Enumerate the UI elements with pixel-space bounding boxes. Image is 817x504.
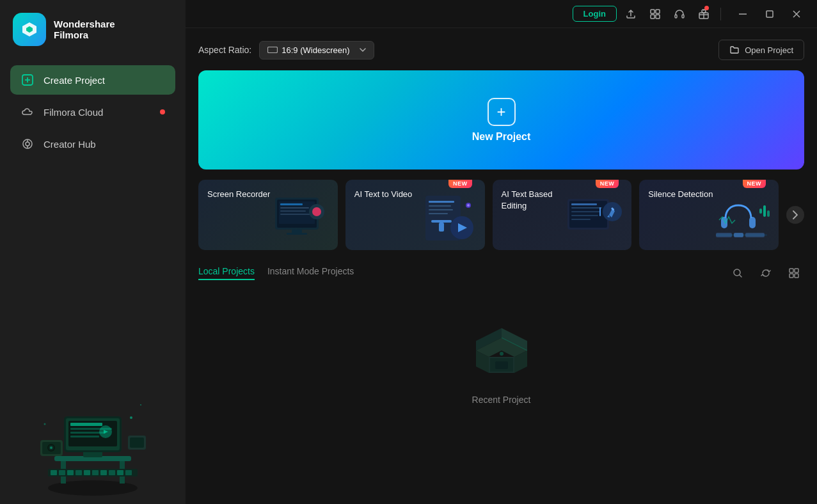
svg-rect-101 xyxy=(495,361,508,369)
svg-line-96 xyxy=(740,275,742,277)
svg-rect-83 xyxy=(599,207,601,216)
feature-card-screen-recorder[interactable]: Screen Recorder xyxy=(198,180,338,250)
svg-rect-27 xyxy=(130,437,144,448)
minimize-button[interactable] xyxy=(730,4,756,24)
ai-text-to-video-label: AI Text to Video xyxy=(354,189,413,200)
svg-rect-18 xyxy=(70,436,99,437)
svg-point-39 xyxy=(130,416,132,419)
sidebar-label-filmora-cloud: Filmora Cloud xyxy=(44,107,103,118)
apps-grid-icon[interactable] xyxy=(645,4,665,24)
app-logo-icon xyxy=(13,13,46,46)
svg-rect-50 xyxy=(766,11,773,17)
nav-items: Create Project Filmora Cloud C xyxy=(0,59,186,165)
gift-icon[interactable] xyxy=(694,4,714,24)
screen-recorder-illustration xyxy=(269,193,333,250)
search-projects-icon[interactable] xyxy=(727,263,748,283)
svg-rect-34 xyxy=(92,470,99,475)
sidebar-illustration xyxy=(22,376,163,504)
svg-rect-37 xyxy=(117,470,123,475)
svg-rect-90 xyxy=(767,210,770,217)
svg-rect-47 xyxy=(682,15,684,18)
open-project-button[interactable]: Open Project xyxy=(718,40,804,60)
svg-rect-43 xyxy=(656,10,660,13)
open-project-label: Open Project xyxy=(745,45,793,55)
aspect-ratio-select[interactable]: 16:9 (Widescreen) xyxy=(259,41,374,59)
svg-rect-71 xyxy=(439,223,444,232)
window-controls xyxy=(730,4,809,24)
svg-point-75 xyxy=(467,204,470,207)
svg-rect-58 xyxy=(280,207,309,209)
screen-recorder-label: Screen Recorder xyxy=(207,189,270,200)
svg-rect-94 xyxy=(745,233,765,237)
svg-rect-70 xyxy=(431,220,452,223)
upload-icon[interactable] xyxy=(621,4,641,24)
titlebar: Login xyxy=(186,0,817,28)
maximize-button[interactable] xyxy=(757,4,782,24)
sidebar-item-create-project[interactable]: Create Project xyxy=(10,65,175,95)
tab-local-projects[interactable]: Local Projects xyxy=(198,266,255,280)
sidebar-label-creator-hub: Creator Hub xyxy=(44,139,96,150)
silence-detection-illustration xyxy=(710,193,773,250)
headset-icon[interactable] xyxy=(669,4,690,24)
svg-rect-33 xyxy=(84,470,90,475)
silence-detection-label: Silence Detection xyxy=(648,189,713,200)
svg-rect-100 xyxy=(795,274,798,278)
sidebar-item-filmora-cloud[interactable]: Filmora Cloud xyxy=(10,97,175,127)
ai-text-to-video-illustration xyxy=(416,193,480,250)
tab-list: Local Projects Instant Mode Projects xyxy=(198,266,354,280)
svg-rect-92 xyxy=(716,233,732,237)
feature-card-silence-detection[interactable]: NEW Silence Detection xyxy=(639,180,779,250)
svg-rect-53 xyxy=(268,47,278,53)
scroll-right-button[interactable] xyxy=(786,206,804,224)
svg-rect-97 xyxy=(789,269,793,272)
sidebar: Wondershare Filmora Create Project F xyxy=(0,0,186,504)
app-title: Wondershare Filmora xyxy=(54,19,115,40)
empty-state-label: Recent Project xyxy=(472,395,531,405)
login-button[interactable]: Login xyxy=(573,6,617,22)
svg-rect-64 xyxy=(287,233,307,235)
grid-view-icon[interactable] xyxy=(784,263,804,283)
aspect-ratio-label: Aspect Ratio: xyxy=(198,45,251,55)
new-project-label: New Project xyxy=(472,131,531,143)
svg-rect-69 xyxy=(429,213,448,214)
sidebar-item-creator-hub[interactable]: Creator Hub xyxy=(10,129,175,159)
brand-name: Wondershare xyxy=(54,19,115,29)
ai-text-based-editing-badge: NEW xyxy=(596,180,619,188)
create-project-icon xyxy=(20,73,35,87)
svg-rect-35 xyxy=(100,470,107,475)
svg-rect-86 xyxy=(721,217,727,228)
svg-rect-38 xyxy=(125,470,132,475)
logo-area: Wondershare Filmora xyxy=(0,0,186,59)
titlebar-divider xyxy=(720,8,721,20)
svg-rect-80 xyxy=(571,211,600,212)
svg-rect-82 xyxy=(571,219,591,220)
svg-rect-30 xyxy=(59,470,65,475)
feature-cards: Screen Recorder xyxy=(198,180,804,250)
ai-text-based-editing-illustration xyxy=(562,193,626,250)
new-project-banner[interactable]: + New Project xyxy=(198,70,804,169)
gift-notification-dot xyxy=(704,6,709,10)
svg-rect-60 xyxy=(280,214,311,215)
refresh-icon[interactable] xyxy=(756,263,776,283)
creator-hub-icon xyxy=(20,137,35,151)
new-project-plus-icon: + xyxy=(488,98,516,126)
tab-instant-mode[interactable]: Instant Mode Projects xyxy=(267,266,354,280)
close-button[interactable] xyxy=(784,4,809,24)
svg-rect-79 xyxy=(571,207,602,209)
svg-point-25 xyxy=(50,446,52,449)
svg-rect-59 xyxy=(280,210,306,212)
tab-actions xyxy=(727,263,804,283)
svg-rect-29 xyxy=(51,470,57,475)
svg-rect-57 xyxy=(280,203,303,205)
svg-rect-99 xyxy=(789,274,793,278)
svg-rect-42 xyxy=(651,10,654,13)
svg-rect-98 xyxy=(795,269,798,272)
feature-card-ai-text-to-video[interactable]: NEW AI Text to Video xyxy=(345,180,485,250)
silence-detection-badge: NEW xyxy=(743,180,766,188)
feature-card-ai-text-based-editing[interactable]: NEW AI Text Based Editing xyxy=(493,180,632,250)
svg-rect-31 xyxy=(67,470,74,475)
svg-rect-68 xyxy=(429,209,453,210)
aspect-ratio-value: 16:9 (Widescreen) xyxy=(282,45,349,55)
svg-rect-88 xyxy=(759,209,762,214)
cloud-icon xyxy=(20,105,35,119)
